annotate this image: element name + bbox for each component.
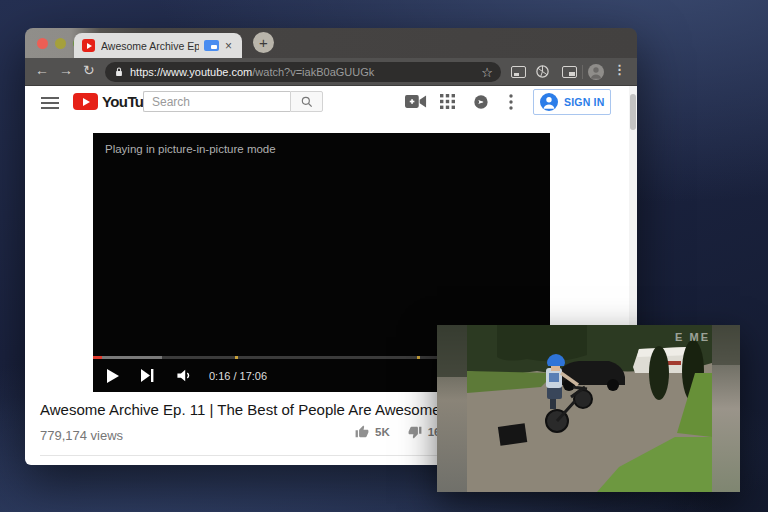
traffic-close-button[interactable] [37, 38, 48, 49]
volume-icon[interactable] [176, 368, 193, 383]
pip-watermark: E ME [675, 331, 710, 343]
pip-window[interactable]: E ME [437, 325, 740, 492]
upload-video-icon[interactable] [405, 94, 427, 113]
back-icon[interactable]: ← [35, 62, 49, 78]
extension-window-icon[interactable] [511, 66, 526, 78]
browser-toolbar: ← → ↻ https://www.youtube.com/watch?v=ia… [25, 58, 637, 86]
address-bar[interactable]: https://www.youtube.com/watch?v=iakB0aGU… [105, 62, 501, 82]
thumbs-down-icon[interactable] [408, 425, 422, 439]
profile-avatar-icon[interactable] [588, 64, 604, 80]
next-button[interactable] [141, 369, 154, 382]
pip-mode-message: Playing in picture-in-picture mode [105, 143, 276, 155]
youtube-favicon-icon [82, 39, 95, 52]
browser-menu-icon[interactable]: ⋮ [613, 62, 626, 77]
tab-title: Awesome Archive Ep. 11 | T [101, 40, 199, 52]
more-options-icon[interactable] [509, 94, 513, 114]
bookmark-star-icon[interactable]: ☆ [481, 65, 493, 80]
apps-grid-icon[interactable] [440, 94, 455, 113]
extension-shutter-icon[interactable] [535, 64, 550, 83]
reload-icon[interactable]: ↻ [83, 62, 95, 78]
pip-video-frame [437, 325, 740, 492]
play-button[interactable] [107, 369, 119, 383]
time-display: 0:16 / 17:06 [209, 370, 267, 382]
like-count: 5K [375, 426, 390, 438]
sign-in-avatar-icon [540, 93, 558, 111]
view-count: 779,174 views [40, 428, 123, 443]
toolbar-separator [582, 65, 583, 79]
search-input[interactable] [143, 91, 290, 112]
forward-icon[interactable]: → [59, 62, 73, 78]
guide-menu-icon[interactable] [41, 97, 59, 112]
traffic-minimize-button[interactable] [55, 38, 66, 49]
search-icon [300, 95, 314, 109]
url-text: https://www.youtube.com/watch?v=iakB0aGU… [130, 66, 477, 78]
desktop-wallpaper: { "window": { "tab": { "title_prefix": "… [0, 0, 768, 512]
tab-strip: Awesome Archive Ep. 11 | T × + [25, 28, 637, 58]
lock-icon [114, 66, 124, 78]
scrollbar-thumb[interactable] [630, 94, 636, 130]
search-button[interactable] [290, 91, 323, 112]
messages-icon[interactable] [473, 94, 489, 114]
pip-indicator-icon [204, 40, 219, 51]
youtube-play-icon [73, 93, 98, 110]
new-tab-button[interactable]: + [253, 32, 274, 53]
browser-tab[interactable]: Awesome Archive Ep. 11 | T × [74, 33, 242, 58]
like-dislike-row: 5K 163 [355, 425, 447, 439]
sign-in-button[interactable]: SIGN IN [533, 89, 611, 115]
thumbs-up-icon[interactable] [355, 425, 369, 439]
tab-close-icon[interactable]: × [225, 40, 232, 52]
extension-pip-icon[interactable] [562, 66, 577, 78]
sign-in-label: SIGN IN [564, 96, 605, 108]
